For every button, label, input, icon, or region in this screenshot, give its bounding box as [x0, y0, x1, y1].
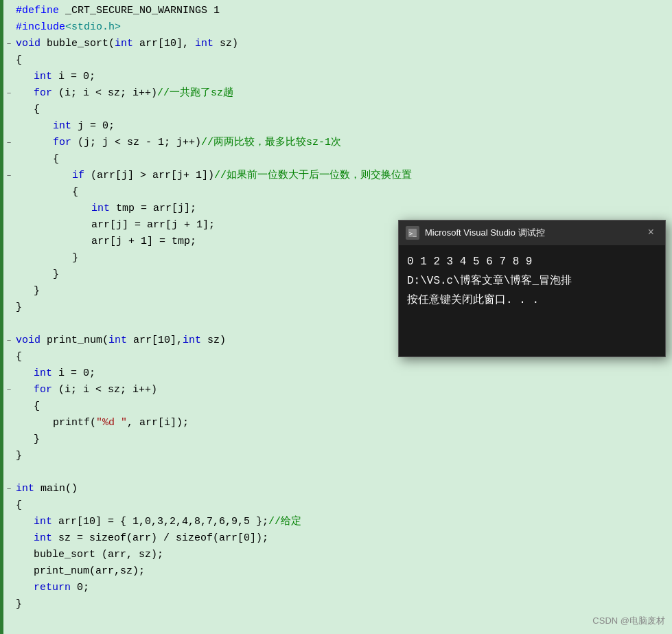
- plain-15: arr[j + 1] = tmp;: [91, 236, 196, 247]
- line-content-28: }: [14, 448, 672, 464]
- brace-12: {: [72, 186, 78, 198]
- include-str: <stdio.h>: [65, 21, 121, 33]
- code-line-31: {: [3, 497, 672, 514]
- plain-24: (i; i < sz; i++): [52, 384, 157, 396]
- plain-32a: arr[10] = { 1,0,3,2,4,8,7,6,9,5 };: [52, 516, 268, 528]
- console-window: >_ Microsoft Visual Studio 调试控 × 0 1 2 3…: [398, 220, 666, 357]
- line-content-2: #include<stdio.h>: [14, 19, 672, 36]
- code-line-36: return 0;: [3, 580, 672, 596]
- console-output-line1: 0 1 2 3 4 5 6 7 8 9: [407, 252, 657, 271]
- line-content-30: int main(): [14, 481, 672, 497]
- line-content-11: if (arr[j] > arr[j+ 1])//如果前一位数大于后一位数，则交…: [14, 168, 672, 184]
- plain-35: print_num(arr,sz);: [34, 565, 145, 577]
- brace-7: {: [34, 104, 40, 115]
- code-line-27: }: [3, 431, 672, 448]
- console-titlebar: >_ Microsoft Visual Studio 调试控 ×: [399, 220, 665, 245]
- code-line-37: }: [3, 596, 672, 613]
- plain-21c: sz): [201, 335, 226, 346]
- code-line-23: int i = 0;: [3, 365, 672, 382]
- kw-int-3: int: [34, 71, 52, 82]
- code-line-33: int sz = sizeof(arr) / sizeof(arr[0]);: [3, 530, 672, 547]
- line-content-27: }: [14, 431, 672, 448]
- line-content-13: int tmp = arr[j];: [14, 201, 672, 217]
- kw-int-7: int: [183, 335, 201, 346]
- line-content-33: int sz = sizeof(arr) / sizeof(arr[0]);: [14, 530, 672, 547]
- comment-6: //一共跑了sz趟: [157, 87, 233, 99]
- code-line-28: }: [3, 448, 672, 464]
- fold-30: −: [3, 481, 14, 497]
- fold-3: −: [3, 36, 14, 52]
- console-body: 0 1 2 3 4 5 6 7 8 9 D:\VS.c\博客文章\博客_冒泡排 …: [399, 245, 665, 317]
- plain-3b: arr[10],: [133, 38, 195, 49]
- kw-return: return: [34, 582, 71, 593]
- brace-16: }: [72, 252, 78, 264]
- brace-28: }: [16, 450, 22, 462]
- line-content-32: int arr[10] = { 1,0,3,2,4,8,7,6,9,5 };//…: [14, 514, 672, 530]
- line-content-31: {: [14, 497, 672, 514]
- brace-27: }: [34, 433, 40, 445]
- code-line-34: buble_sort (arr, sz);: [3, 547, 672, 563]
- plain-3a: buble_sort(: [40, 38, 115, 49]
- plain-23: i = 0;: [52, 367, 95, 379]
- code-line-32: int arr[10] = { 1,0,3,2,4,8,7,6,9,5 };//…: [3, 514, 672, 530]
- code-line-25: {: [3, 398, 672, 415]
- code-line-6: − for (i; i < sz; i++)//一共跑了sz趟: [3, 85, 672, 102]
- kw-int-1: int: [115, 38, 133, 49]
- code-line-13: int tmp = arr[j];: [3, 201, 672, 217]
- code-line-30: − int main(): [3, 481, 672, 497]
- plain-5: i = 0;: [52, 71, 95, 82]
- plain-21a: print_num(: [40, 335, 108, 346]
- code-line-10: {: [3, 151, 672, 168]
- plain-3c: sz): [213, 38, 238, 49]
- line-content-6: for (i; i < sz; i++)//一共跑了sz趟: [14, 85, 672, 102]
- plain-13: tmp = arr[j];: [110, 203, 196, 214]
- comment-11: //如果前一位数大于后一位数，则交换位置: [214, 170, 412, 181]
- console-close-button[interactable]: ×: [643, 225, 658, 240]
- code-line-7: {: [3, 102, 672, 118]
- code-line-8: int j = 0;: [3, 118, 672, 135]
- code-line-12: {: [3, 184, 672, 201]
- code-line-35: print_num(arr,sz);: [3, 563, 672, 580]
- csdn-watermark: CSDN @电脑废材: [592, 615, 665, 627]
- line-content-35: print_num(arr,sz);: [14, 563, 672, 580]
- keyword-include: #include: [16, 21, 65, 33]
- comment-9: //两两比较，最多比较sz-1次: [201, 137, 341, 148]
- line-content-3: void buble_sort(int arr[10], int sz): [14, 36, 672, 52]
- line-content-23: int i = 0;: [14, 365, 672, 382]
- code-line-3: − void buble_sort(int arr[10], int sz): [3, 36, 672, 52]
- kw-int-5: int: [91, 203, 110, 214]
- string-26: "%d ": [96, 417, 127, 429]
- kw-void-2: void: [16, 335, 40, 346]
- plain-30: main(): [34, 483, 78, 495]
- plain-36: 0;: [71, 582, 89, 593]
- line-content-36: return 0;: [14, 580, 672, 596]
- line-content-1: #define _CRT_SECURE_NO_WARNINGS 1: [14, 3, 672, 19]
- fold-21: −: [3, 332, 14, 349]
- fold-9: −: [3, 135, 14, 151]
- line-content-4: {: [14, 52, 672, 69]
- plain-11a: (arr[j] > arr[j+ 1]): [84, 170, 214, 181]
- kw-for-3: for: [34, 384, 52, 396]
- comment-32: //给定: [268, 516, 301, 528]
- code-line-26: printf("%d ", arr[i]);: [3, 415, 672, 431]
- brace-22: {: [16, 351, 22, 363]
- line-content-8: int j = 0;: [14, 118, 672, 135]
- line-content-9: for (j; j < sz - 1; j++)//两两比较，最多比较sz-1次: [14, 135, 672, 151]
- brace-31: {: [16, 499, 22, 511]
- kw-for-1: for: [34, 87, 52, 99]
- code-line-24: − for (i; i < sz; i++): [3, 382, 672, 398]
- kw-for-2: for: [53, 137, 71, 148]
- plain-34: buble_sort (arr, sz);: [34, 549, 163, 561]
- code-line-11: − if (arr[j] > arr[j+ 1])//如果前一位数大于后一位数，…: [3, 168, 672, 184]
- line-content-7: {: [14, 102, 672, 118]
- brace-4: {: [16, 54, 22, 66]
- code-line-9: − for (j; j < sz - 1; j++)//两两比较，最多比较sz-…: [3, 135, 672, 151]
- brace-17: }: [53, 269, 59, 280]
- code-line-1: #define _CRT_SECURE_NO_WARNINGS 1: [3, 3, 672, 19]
- brace-18: }: [34, 285, 40, 297]
- fold-11: −: [3, 168, 14, 184]
- code-line-2: #include<stdio.h>: [3, 19, 672, 36]
- line-content-34: buble_sort (arr, sz);: [14, 547, 672, 563]
- console-output-line2: D:\VS.c\博客文章\博客_冒泡排: [407, 271, 657, 291]
- kw-int-2: int: [195, 38, 213, 49]
